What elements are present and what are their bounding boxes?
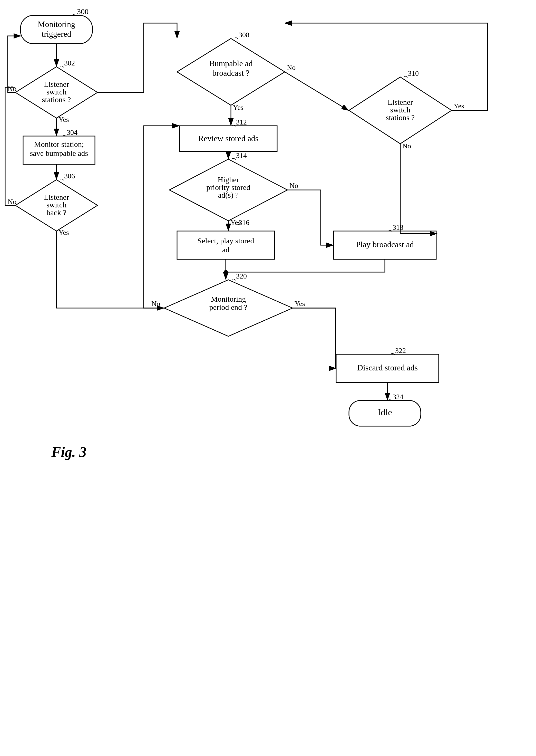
svg-text:save bumpable ads: save bumpable ads: [30, 149, 88, 157]
svg-text:Idle: Idle: [378, 407, 392, 417]
yes-302: Yes: [58, 116, 69, 123]
yes-308: Yes: [233, 103, 244, 111]
ref-300: 300: [77, 7, 88, 16]
svg-text:Play broadcast ad: Play broadcast ad: [356, 240, 414, 249]
svg-text:Bumpable ad: Bumpable ad: [209, 59, 253, 68]
svg-text:ad(s) ?: ad(s) ?: [218, 191, 239, 199]
node-300-label2: triggered: [42, 29, 71, 39]
ref-308: 308: [239, 31, 250, 39]
ref-314: 314: [236, 152, 247, 159]
no-306: No: [8, 198, 17, 206]
ref-310: 310: [408, 69, 419, 77]
ref-312: 312: [236, 118, 247, 126]
ref-304: 304: [67, 128, 78, 136]
svg-line-28: [285, 72, 349, 110]
svg-text:Listener: Listener: [388, 98, 413, 106]
svg-text:broadcast ?: broadcast ?: [213, 68, 250, 78]
yes-310: Yes: [453, 102, 464, 110]
svg-text:stations ?: stations ?: [42, 95, 71, 104]
svg-text:Review stored ads: Review stored ads: [198, 134, 259, 143]
node-316: [177, 231, 275, 259]
ref-316: 316: [239, 219, 250, 226]
svg-text:Discard stored ads: Discard stored ads: [357, 363, 418, 372]
yes-320: Yes: [294, 299, 305, 308]
no-314: No: [289, 182, 298, 189]
no-310: No: [402, 142, 411, 150]
svg-text:Select, play stored: Select, play stored: [198, 236, 254, 245]
node-302-label: Listener: [44, 80, 69, 88]
ref-320: 320: [236, 272, 247, 280]
svg-text:switch: switch: [47, 200, 66, 209]
no-308: No: [287, 63, 296, 71]
yes-306: Yes: [58, 228, 69, 236]
node-300-label: Monitoring: [38, 19, 75, 29]
svg-text:switch: switch: [390, 106, 410, 114]
svg-text:back ?: back ?: [47, 208, 66, 217]
svg-text:stations ?: stations ?: [386, 113, 415, 122]
svg-text:priority stored: priority stored: [207, 183, 251, 191]
svg-point-32: [224, 270, 228, 274]
svg-text:Monitoring: Monitoring: [211, 295, 246, 303]
svg-text:switch: switch: [47, 87, 66, 96]
svg-text:Higher: Higher: [218, 175, 239, 184]
svg-text:ad: ad: [222, 245, 229, 254]
ref-318: 318: [392, 223, 403, 231]
ref-324: 324: [392, 393, 403, 401]
ref-306: 306: [64, 172, 75, 180]
svg-text:Listener: Listener: [44, 193, 69, 201]
svg-text:period end ?: period end ?: [209, 303, 247, 311]
ref-322: 322: [395, 347, 406, 355]
no-302: No: [8, 85, 17, 93]
diagram-container: Monitoring triggered 300 Listener switch…: [0, 0, 536, 756]
fig-label: Fig. 3: [51, 444, 86, 460]
no-320: No: [151, 299, 160, 308]
svg-text:Monitor station;: Monitor station;: [34, 140, 84, 148]
ref-302: 302: [64, 59, 75, 67]
